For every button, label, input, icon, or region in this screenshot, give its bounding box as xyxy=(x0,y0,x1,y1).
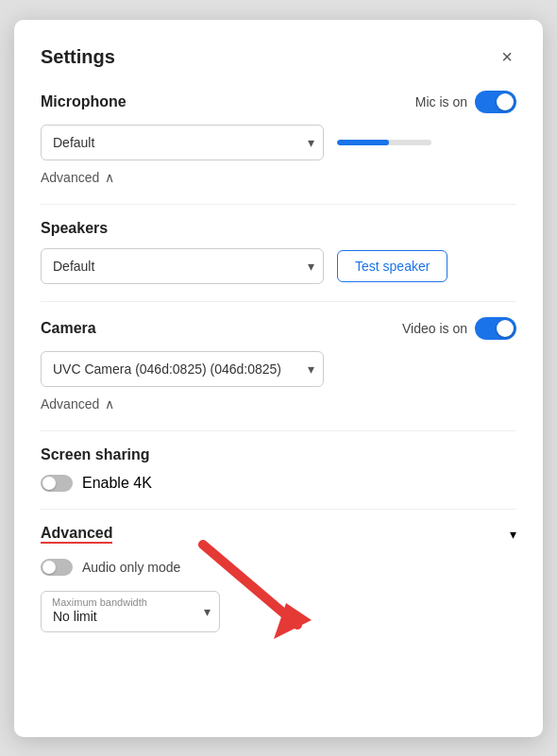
bandwidth-select-box: Maximum bandwidth No limit 1 Mbps 2 Mbps… xyxy=(41,591,220,632)
dialog-header: Settings × xyxy=(41,42,516,72)
camera-toggle-thumb xyxy=(497,320,514,337)
close-button[interactable]: × xyxy=(498,42,516,72)
microphone-toggle-row: Mic is on xyxy=(415,91,516,113)
camera-advanced-label: Advanced xyxy=(41,396,99,412)
camera-toggle-track[interactable] xyxy=(475,317,516,340)
screen-sharing-header: Screen sharing xyxy=(41,446,516,463)
microphone-toggle-label: Mic is on xyxy=(415,94,467,109)
microphone-toggle-track[interactable] xyxy=(475,91,516,113)
enable4k-toggle-track[interactable] xyxy=(41,475,73,492)
test-speaker-label: Test speaker xyxy=(355,259,430,274)
camera-toggle-label: Video is on xyxy=(402,321,467,336)
camera-select-row: UVC Camera (046d:0825) (046d:0825) ▾ xyxy=(41,351,516,387)
microphone-volume-bar-container xyxy=(337,133,431,152)
speakers-section: Speakers Default ▾ Test speaker xyxy=(41,220,516,284)
camera-advanced-chevron-icon: ∧ xyxy=(105,396,114,412)
speakers-select-row: Default ▾ Test speaker xyxy=(41,248,516,284)
microphone-toggle[interactable] xyxy=(475,91,516,113)
camera-toggle-row: Video is on xyxy=(402,317,516,340)
screen-sharing-row: Enable 4K xyxy=(41,475,516,492)
camera-toggle[interactable] xyxy=(475,317,516,340)
divider-1 xyxy=(41,204,516,205)
camera-advanced-row[interactable]: Advanced ∧ xyxy=(41,395,516,413)
close-icon: × xyxy=(501,46,513,68)
speakers-title: Speakers xyxy=(41,220,108,237)
speakers-select[interactable]: Default xyxy=(41,248,324,284)
audio-only-toggle-track[interactable] xyxy=(41,559,73,576)
camera-section: Camera Video is on UVC Camera (046d:0825… xyxy=(41,317,516,413)
microphone-select[interactable]: Default xyxy=(41,125,324,160)
speakers-select-box: Default ▾ xyxy=(41,248,324,284)
screen-sharing-title: Screen sharing xyxy=(41,446,150,463)
advanced-section-header[interactable]: Advanced ▾ xyxy=(41,525,516,547)
camera-title: Camera xyxy=(41,320,96,337)
audio-only-row: Audio only mode xyxy=(41,559,516,576)
enable4k-toggle-thumb xyxy=(42,477,56,490)
microphone-volume-fill xyxy=(337,140,389,145)
microphone-header: Microphone Mic is on xyxy=(41,91,516,113)
divider-3 xyxy=(41,430,516,431)
camera-select-box: UVC Camera (046d:0825) (046d:0825) ▾ xyxy=(41,351,324,387)
audio-only-toggle[interactable] xyxy=(41,559,73,576)
microphone-select-row: Default ▾ xyxy=(41,125,516,160)
settings-dialog: Settings × Microphone Mic is on Default xyxy=(14,20,543,737)
divider-2 xyxy=(41,301,516,302)
microphone-toggle-thumb xyxy=(497,93,514,110)
audio-only-label: Audio only mode xyxy=(82,560,180,575)
divider-4 xyxy=(41,509,516,510)
enable4k-label: Enable 4K xyxy=(82,475,152,492)
microphone-select-box: Default ▾ xyxy=(41,125,324,160)
bandwidth-select[interactable]: No limit 1 Mbps 2 Mbps 4 Mbps 8 Mbps xyxy=(41,591,220,632)
microphone-volume-bar xyxy=(337,140,431,145)
microphone-section: Microphone Mic is on Default ▾ xyxy=(41,91,516,187)
advanced-section-title: Advanced xyxy=(41,525,112,544)
advanced-chevron-icon: ▾ xyxy=(510,527,516,542)
advanced-section: Advanced ▾ Audio only mode Maximum bandw… xyxy=(41,525,516,632)
microphone-title: Microphone xyxy=(41,93,127,110)
speakers-header: Speakers xyxy=(41,220,516,237)
audio-only-toggle-thumb xyxy=(42,561,56,574)
dialog-title: Settings xyxy=(41,46,115,68)
enable4k-toggle[interactable] xyxy=(41,475,73,492)
microphone-advanced-label: Advanced xyxy=(41,170,99,185)
screen-sharing-section: Screen sharing Enable 4K xyxy=(41,446,516,492)
camera-select[interactable]: UVC Camera (046d:0825) (046d:0825) xyxy=(41,351,324,387)
test-speaker-button[interactable]: Test speaker xyxy=(337,250,447,282)
camera-header: Camera Video is on xyxy=(41,317,516,340)
microphone-advanced-row[interactable]: Advanced ∧ xyxy=(41,168,516,187)
microphone-advanced-chevron-icon: ∧ xyxy=(105,170,114,185)
